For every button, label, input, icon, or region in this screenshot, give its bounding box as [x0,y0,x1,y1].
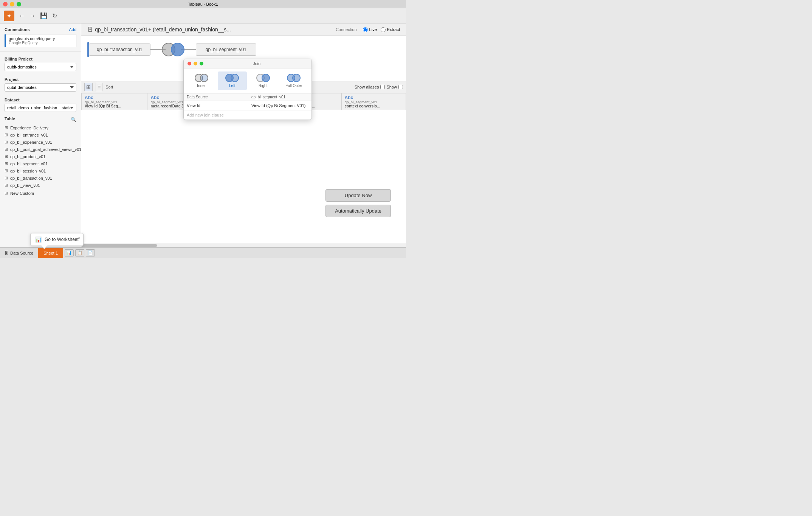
table-item[interactable]: ⊞ qp_bi_segment_v01 [2,160,79,167]
right-circle [171,43,184,56]
dataset-label: Dataset [5,98,76,102]
database-icon: 🗄 [5,251,9,255]
data-source-label: Data Source [10,251,33,255]
refresh-button[interactable]: ↻ [51,11,59,20]
horizontal-scrollbar[interactable] [81,243,406,247]
table-item[interactable]: ⊞ qp_bi_experience_v01 [2,138,79,146]
connection-name: googleapis.com/bigquery [9,36,73,41]
project-select[interactable]: qubit-demosites [5,83,76,92]
join-area: qp_bi_transaction_v01 qp_bi_segment_v01 [81,36,406,81]
connection-label: Connection [336,27,357,32]
table-item[interactable]: ⊞ Experience_Delivery [2,124,79,131]
data-source-tab[interactable]: 🗄 Data Source [0,248,38,258]
full-outer-label: Full Outer [285,84,302,88]
extract-option[interactable]: Extract [381,27,400,32]
search-icon[interactable]: 🔍 [71,117,76,122]
close-button[interactable] [3,2,8,6]
billing-project-select[interactable]: qubit-demosites [5,63,76,71]
billing-label: Billing Project [5,57,76,61]
show-aliases-label: Show aliases [355,85,379,89]
table-name: Experience_Delivery [10,126,48,130]
table-item[interactable]: ⊞ qp_bi_view_v01 [2,182,79,189]
sidebar: Connections Add googleapis.com/bigquery … [0,23,81,247]
table-section: Table 🔍 ⊞ Experience_Delivery ⊞ qp_bi_en… [0,114,81,247]
window-controls[interactable] [3,2,21,6]
right-join-btn[interactable]: Right [248,71,278,90]
table-item[interactable]: ⊞ qp_bi_transaction_v01 [2,174,79,182]
add-dashboard-btn[interactable]: 📋 [75,249,84,256]
add-worksheet-btn[interactable]: 📊 [65,249,74,256]
join-dialog-title: Join [206,61,308,66]
connection-item[interactable]: googleapis.com/bigquery Google BigQuery [5,34,76,47]
left-table-box[interactable]: qp_bi_transaction_v01 [89,44,150,56]
auto-update-button[interactable]: Automatically Update [325,205,391,217]
table-grid-icon: ⊞ [5,161,8,166]
join-clause-row[interactable]: View Id = View Id (Qp Bi Segment V01) [184,101,311,110]
table-item[interactable]: ⊞ qp_bi_post_goal_achieved_views_v01 [2,146,79,153]
col-source: qp_bi_segment_v01 [345,100,403,104]
left-join-btn[interactable]: Left [218,71,247,90]
left-join-icon [225,74,239,82]
save-button[interactable]: 💾 [39,11,49,20]
datasource-name: qp_bi_transaction_v01+ (retail_demo_unio… [95,26,231,33]
table-item[interactable]: ⊞ qp_bi_entrance_v01 [2,131,79,138]
add-story-btn[interactable]: 📄 [86,249,95,256]
tooltip-close-btn[interactable]: × [78,235,81,241]
list-view-btn[interactable]: ≡ [96,83,102,91]
sheet1-tab[interactable]: Sheet 1 [38,248,63,258]
join-dialog: Join Inner Le [183,59,312,120]
join-connector[interactable] [162,43,184,56]
show-aliases-section: Show aliases Show [355,85,403,89]
goto-worksheet-tooltip: 📊 Go to Worksheet × [30,233,84,246]
update-now-button[interactable]: Update Now [325,189,391,202]
inner-join-btn[interactable]: Inner [187,71,216,90]
clause-field-left: View Id [187,103,244,108]
minimize-button[interactable] [10,2,14,6]
join-dialog-titlebar: Join [184,59,311,68]
clause-field-right: View Id (Qp Bi Segment V01) [251,103,308,108]
right-table-box[interactable]: qp_bi_segment_v01 [196,44,256,56]
content-area: 🗄 qp_bi_transaction_v01+ (retail_demo_un… [81,23,406,247]
dataset-select[interactable]: retail_demo_union_fashion__static [5,104,76,112]
add-join-clause[interactable]: Add new join clause [184,110,311,120]
dialog-close-btn[interactable] [188,62,191,65]
col-type-icon: Abc [345,95,353,100]
maximize-button[interactable] [17,2,21,6]
project-section: Project qubit-demosites [0,73,81,94]
clause-header-right: qp_bi_segment_v01 [251,95,308,99]
join-clause-header: Data Source qp_bi_segment_v01 [184,93,311,101]
clause-operator: = [244,103,251,108]
grid-view-btn[interactable]: ⊞ [84,83,93,91]
forward-button[interactable]: → [28,11,37,20]
tableau-logo: ✦ [4,11,14,21]
connection-options: Connection Live Extract [336,27,400,32]
dialog-min-btn[interactable] [194,62,197,65]
new-custom-item[interactable]: ⊞ New Custom [2,190,79,197]
scrollbar-thumb[interactable] [81,244,157,247]
table-item[interactable]: ⊞ qp_bi_session_v01 [2,167,79,174]
table-grid-icon: ⊞ [5,125,8,130]
database-icon: 🗄 [87,26,93,33]
add-connection-button[interactable]: Add [69,27,76,32]
show-aliases-checkbox[interactable] [380,85,385,89]
billing-section: Billing Project qubit-demosites [0,53,81,73]
connections-title: Connections [5,27,30,32]
live-option[interactable]: Live [363,27,377,32]
goto-worksheet-label[interactable]: Go to Worksheet [45,237,79,242]
table-name: qp_bi_session_v01 [10,169,46,173]
table-item[interactable]: ⊞ qp_bi_product_v01 [2,153,79,160]
col-type-icon: Abc [85,95,93,100]
col-type-icon: Abc [150,95,159,100]
full-outer-join-btn[interactable]: Full Outer [279,71,309,90]
full-outer-join-icon [287,74,301,82]
table-name: qp_bi_segment_v01 [10,162,48,166]
sheet1-label: Sheet 1 [43,251,58,255]
show-checkbox[interactable] [398,85,403,89]
back-button[interactable]: ← [17,11,26,20]
right-table-name: qp_bi_segment_v01 [206,47,246,52]
dialog-max-btn[interactable] [200,62,203,65]
datasource-header: 🗄 qp_bi_transaction_v01+ (retail_demo_un… [81,23,406,36]
bottom-bar: 🗄 Data Source Sheet 1 📊 📋 📄 📊 Go to Work… [0,247,406,258]
table-header: Table 🔍 [0,114,81,124]
col-header-5: Abc qp_bi_segment_v01 context conversio.… [341,93,406,110]
